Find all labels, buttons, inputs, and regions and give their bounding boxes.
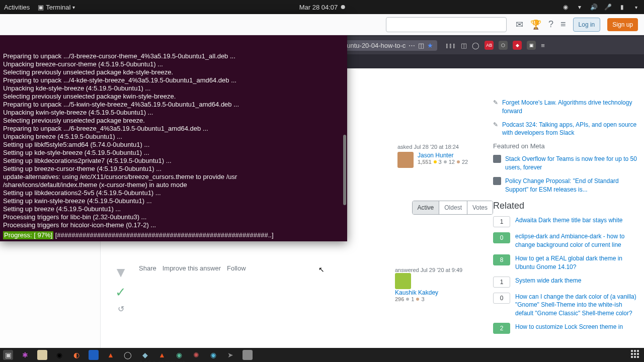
hamburger-menu-icon[interactable]: ≡ [541, 42, 545, 49]
mic-icon[interactable]: 🎤 [604, 3, 612, 11]
dock-nautilus-icon[interactable] [37, 350, 47, 360]
downvote-icon[interactable]: ▼ [114, 264, 128, 281]
inbox-icon[interactable]: ✉ [516, 19, 523, 30]
related-item: 0eclipse-dark and Ambiance-dark - how to… [493, 232, 637, 249]
dock-firefox-icon[interactable]: ◐ [71, 350, 82, 360]
improve-link[interactable]: Improve this answer [163, 264, 221, 272]
search-input[interactable] [386, 17, 507, 32]
volume-icon[interactable]: 🔊 [590, 3, 598, 11]
scrollbar-thumb[interactable] [343, 135, 346, 205]
dock-app4-icon[interactable]: ◯ [123, 350, 133, 360]
account-icon[interactable]: ◯ [472, 42, 479, 49]
adblock-ext-icon[interactable]: AB [485, 41, 494, 50]
related-item: 1Adwaita Dark theme title bar stays whit… [493, 216, 637, 227]
ext4-icon[interactable]: ▣ [527, 41, 536, 50]
related-link[interactable]: Adwaita Dark theme title bar stays white [515, 216, 622, 225]
dock-app7-icon[interactable]: ✺ [191, 350, 201, 360]
avatar[interactable] [395, 273, 411, 289]
blog-item[interactable]: ✎Forget Moore's Law. Algorithms drive te… [493, 99, 637, 116]
terminal-window: ⊞ ubuntu@ubuntu-ThinkPad-E590: ~ 🔍 ≡ — ▢… [0, 14, 347, 241]
wifi-icon[interactable]: ▾ [576, 3, 584, 11]
ext2-icon[interactable]: ⬡ [499, 41, 508, 50]
clock[interactable]: Mar 28 04:07 [299, 4, 345, 11]
dock-vlc-icon[interactable]: ▲ [157, 350, 167, 360]
terminal-scrollbar[interactable] [342, 34, 346, 239]
related-count-badge: 1 [493, 216, 510, 227]
activities-button[interactable]: Activities [4, 4, 30, 11]
dock: ▣ ✱ ◉ ◐ ▲ ◯ ◆ ▲ ◉ ✺ ◉ ➤ [0, 348, 644, 362]
terminal-line: Unpacking kde-style-breeze (4:5.19.5-0ub… [3, 84, 344, 93]
related-count-badge: 2 [493, 323, 510, 334]
overflow-icon[interactable]: ⋯ [409, 42, 415, 49]
app-menu[interactable]: ▣ Terminal ▾ [38, 4, 75, 11]
terminal-line: Setting up breeze (4:5.19.5-0ubuntu1) ..… [3, 205, 344, 213]
tab-active[interactable]: Active [413, 201, 439, 214]
dock-app6-icon[interactable]: ◉ [174, 350, 184, 360]
related-heading: Related [493, 201, 637, 211]
terminal-line: Setting up libkf5style5:amd64 (5.74.0-0u… [3, 141, 344, 149]
dock-app1-icon[interactable]: ✱ [20, 350, 30, 360]
dock-app5-icon[interactable]: ◆ [140, 350, 150, 360]
screencast-icon[interactable]: ◉ [561, 3, 570, 11]
login-button[interactable]: Log in [573, 18, 601, 32]
share-link[interactable]: Share [139, 264, 156, 272]
terminal-line: Selecting previously unselected package … [3, 117, 344, 125]
battery-icon[interactable]: ▮ [618, 3, 626, 11]
chevron-down-icon: ▾ [72, 5, 75, 10]
dock-chrome-icon[interactable]: ◉ [54, 350, 64, 360]
dock-files-icon[interactable]: ▣ [3, 350, 13, 360]
dock-app2-icon[interactable] [89, 350, 99, 360]
blog-item[interactable]: ✎Podcast 324: Talking apps, APIs, and op… [493, 121, 637, 138]
show-applications-icon[interactable] [631, 350, 641, 360]
terminal-icon: ▣ [38, 4, 44, 11]
answerer-rep: 296 1 3 [395, 296, 493, 302]
terminal-line: /share/icons/default/index.theme (x-curs… [3, 181, 344, 189]
asker-name[interactable]: Jason Hunter [418, 152, 468, 159]
related-link[interactable]: System wide dark theme [515, 277, 581, 285]
dock-app9-icon[interactable]: ➤ [225, 350, 235, 360]
ext3-icon[interactable]: ◆ [513, 41, 522, 50]
terminal-line: Processing triggers for libc-bin (2.32-0… [3, 213, 344, 221]
terminal-line: Selecting previously unselected package … [3, 68, 344, 76]
gnome-topbar: Activities ▣ Terminal ▾ Mar 28 04:07 ◉ ▾… [0, 0, 644, 14]
related-link[interactable]: How to customize Lock Screen theme in [515, 323, 623, 331]
related-count-badge: 0 [493, 232, 510, 243]
terminal-output[interactable]: Preparing to unpack .../3-breeze-cursor-… [0, 34, 347, 241]
related-count-badge: 8 [493, 254, 510, 265]
signup-button[interactable]: Sign up [607, 18, 638, 31]
dock-app10-icon[interactable] [243, 350, 253, 360]
terminal-line: Preparing to unpack .../3-breeze-cursor-… [3, 52, 344, 60]
history-icon[interactable]: ↺ [118, 304, 124, 314]
clock-label: Mar 28 04:07 [299, 4, 338, 11]
sidebar-icon[interactable]: ◫ [461, 42, 467, 49]
related-link[interactable]: How can I change the dark color of (a va… [515, 293, 637, 318]
library-icon[interactable]: ⫿⫿⫿ [445, 42, 456, 49]
asker-card: asked Jul 28 '20 at 18:24 Jason Hunter 1… [397, 144, 493, 168]
answerer-name[interactable]: Kaushik Kakdey [395, 289, 493, 296]
app-menu-label: Terminal [46, 4, 70, 11]
community-icon[interactable]: ≡ [560, 19, 566, 30]
asker-rep: 1,551 3 12 22 [418, 159, 468, 165]
meta-item[interactable]: Policy Change Proposal: "End of Standard… [493, 177, 637, 194]
power-menu-icon[interactable]: ▾ [632, 3, 640, 11]
vote-column: ▼ ✓ ↺ [111, 264, 131, 314]
related-link[interactable]: eclipse-dark and Ambiance-dark - how to … [515, 232, 637, 249]
so-header: ✉ 🏆 ? ≡ Log in Sign up [0, 14, 644, 35]
dock-app8-icon[interactable]: ◉ [208, 350, 218, 360]
meta-item[interactable]: Stack Overflow for Teams is now free for… [493, 155, 637, 172]
reader-icon[interactable]: ◫ [418, 42, 424, 49]
system-tray: ◉ ▾ 🔊 🎤 ▮ ▾ [561, 3, 640, 11]
related-count-badge: 1 [493, 277, 510, 288]
follow-link[interactable]: Follow [227, 264, 246, 272]
avatar[interactable] [397, 152, 414, 168]
related-link[interactable]: How to get a REAL global dark theme in U… [515, 254, 637, 272]
achievements-icon[interactable]: 🏆 [530, 19, 541, 30]
bookmark-star-icon[interactable]: ★ [427, 42, 433, 49]
tab-votes[interactable]: Votes [467, 201, 493, 214]
so-right-sidebar: ✎Forget Moore's Law. Algorithms drive te… [493, 68, 644, 348]
tab-oldest[interactable]: Oldest [439, 201, 467, 214]
help-icon[interactable]: ? [548, 19, 553, 30]
terminal-line: Setting up libkdecorations2-5v5 (4:5.19.… [3, 189, 344, 197]
progress-label: Progress: [ 97%] [3, 231, 53, 239]
dock-app3-icon[interactable]: ▲ [106, 350, 116, 360]
